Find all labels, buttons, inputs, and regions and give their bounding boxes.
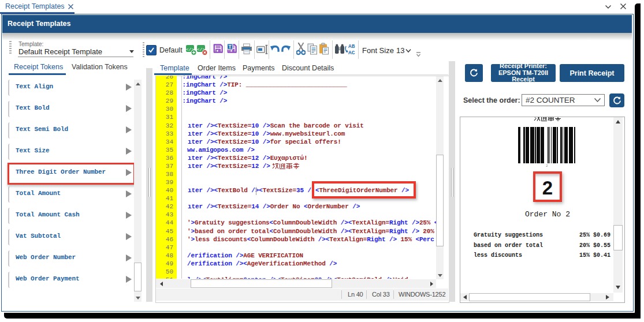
svg-text:T: T	[229, 44, 232, 50]
svg-text:AC: AC	[348, 50, 355, 55]
svg-text:AB: AB	[348, 43, 355, 50]
